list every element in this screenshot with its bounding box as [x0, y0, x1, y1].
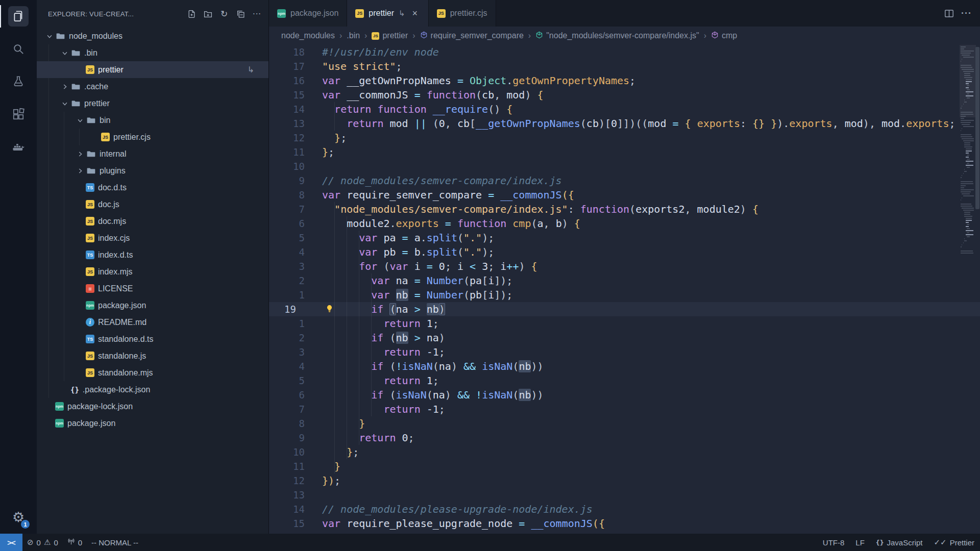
code-line[interactable]: 5 return 1;	[269, 373, 980, 388]
code-line[interactable]: 7 return -1;	[269, 402, 980, 416]
tree-item-prettier[interactable]: prettier	[37, 95, 268, 112]
tree-item-index-cjs[interactable]: JSindex.cjs	[37, 230, 268, 246]
tree-item-doc-js[interactable]: JSdoc.js	[37, 196, 268, 213]
code-line[interactable]: 2 if (nb > na)	[269, 331, 980, 345]
code-line[interactable]: 16var __getOwnPropNames = Object.getOwnP…	[269, 73, 980, 88]
tree-item--cache[interactable]: .cache	[37, 78, 268, 95]
tree-item-standalone-mjs[interactable]: JSstandalone.mjs	[37, 364, 268, 381]
code-line[interactable]: 11};	[269, 145, 980, 159]
editor-more-icon[interactable]: ···	[961, 8, 972, 19]
tree-item-index-d-ts[interactable]: TSindex.d.ts	[37, 246, 268, 263]
code-line[interactable]: 7 "node_modules/semver-compare/index.js"…	[269, 202, 980, 216]
refresh-icon[interactable]: ↻	[217, 7, 231, 20]
breadcrumb-item-5[interactable]: "node_modules/semver-compare/index.js"	[535, 31, 699, 41]
tree-item-label: LICENSE	[98, 284, 133, 293]
breadcrumb-item-3[interactable]: JSprettier	[372, 31, 408, 40]
breadcrumb-item-6[interactable]: cmp	[711, 31, 737, 41]
collapse-all-icon[interactable]	[234, 7, 247, 20]
code-line[interactable]: 1 var nb = Number(pb[i]);	[269, 288, 980, 302]
tree-item--bin[interactable]: .bin	[37, 44, 268, 61]
minimap-line	[961, 191, 971, 192]
tree-item-plugins[interactable]: plugins	[37, 162, 268, 179]
tree-item-bin[interactable]: bin	[37, 112, 268, 129]
new-folder-icon[interactable]	[201, 7, 214, 20]
scrollbar[interactable]	[975, 45, 980, 534]
code-line[interactable]: 9// node_modules/semver-compare/index.js	[269, 173, 980, 188]
breadcrumb-item-4[interactable]: require_semver_compare	[420, 31, 524, 41]
tree-item-standalone-js[interactable]: JSstandalone.js	[37, 347, 268, 364]
code-line[interactable]: 9 return 0;	[269, 431, 980, 445]
activity-docker[interactable]	[0, 131, 37, 163]
tree-item-node-modules[interactable]: node_modules	[37, 28, 268, 44]
eol-indicator[interactable]: LF	[850, 534, 870, 551]
tree-item-package-json[interactable]: npmpackage.json	[37, 415, 268, 432]
tree-item-standalone-d-ts[interactable]: TSstandalone.d.ts	[37, 331, 268, 347]
editor-tab-package-json[interactable]: npmpackage.json	[269, 0, 347, 27]
code-line[interactable]: 12});	[269, 473, 980, 488]
code-line[interactable]: 10 };	[269, 445, 980, 459]
code-line[interactable]: 4 var pb = b.split(".");	[269, 245, 980, 259]
code-line[interactable]: 8var require_semver_compare = __commonJS…	[269, 188, 980, 202]
editor-group: npmpackage.jsonJSprettier↳×JSprettier.cj…	[269, 0, 980, 534]
code-line[interactable]: 13 return mod || (0, cb[__getOwnPropName…	[269, 116, 980, 131]
code-line[interactable]: 1 return 1;	[269, 316, 980, 331]
formatter-indicator[interactable]: ✓✓ Prettier	[928, 534, 980, 551]
tree-item-prettier-cjs[interactable]: JSprettier.cjs	[37, 129, 268, 145]
code-line[interactable]: 14// node_modules/please-upgrade-node/in…	[269, 502, 980, 516]
breadcrumb-item-2[interactable]: .bin	[347, 31, 360, 40]
tree-item--package-lock-json[interactable]: {}.package-lock.json	[37, 381, 268, 398]
code-line[interactable]: 15var __commonJS = function(cb, mod) {	[269, 88, 980, 102]
code-line[interactable]: 17"use strict";	[269, 59, 980, 73]
editor-tab-prettier-cjs[interactable]: JSprettier.cjs	[429, 0, 496, 27]
tree-item-doc-mjs[interactable]: JSdoc.mjs	[37, 213, 268, 230]
new-file-icon[interactable]	[185, 7, 198, 20]
tree-item-package-lock-json[interactable]: npmpackage-lock.json	[37, 398, 268, 415]
minimap-slider[interactable]	[960, 45, 976, 117]
js-file-icon: JS	[86, 267, 94, 276]
tab-close-icon[interactable]: ×	[410, 8, 420, 18]
split-editor-icon[interactable]	[944, 9, 954, 18]
code-line[interactable]: 3 return -1;	[269, 345, 980, 359]
ports-indicator[interactable]: 0	[63, 534, 87, 551]
encoding-indicator[interactable]: UTF-8	[817, 534, 850, 551]
code-line[interactable]: 15var require_please_upgrade_node = __co…	[269, 516, 980, 531]
code-line[interactable]: 11 }	[269, 459, 980, 473]
tree-item-prettier[interactable]: JSprettier↳	[37, 61, 268, 78]
tree-item-license[interactable]: ≡LICENSE	[37, 280, 268, 297]
editor-tab-prettier[interactable]: JSprettier↳×	[347, 0, 428, 27]
code-line[interactable]: 3 for (var i = 0; i < 3; i++) {	[269, 259, 980, 273]
remote-indicator[interactable]: ><	[0, 534, 22, 551]
code-line[interactable]: 10	[269, 159, 980, 173]
vim-mode-indicator[interactable]: -- NORMAL --	[87, 534, 143, 551]
activity-explorer[interactable]	[0, 0, 37, 33]
code-line[interactable]: 8 }	[269, 416, 980, 431]
tree-item-package-json[interactable]: npmpackage.json	[37, 297, 268, 314]
code-line[interactable]: 14 return function __require() {	[269, 102, 980, 116]
code-line[interactable]: 2 var na = Number(pa[i]);	[269, 273, 980, 288]
tree-item-internal[interactable]: internal	[37, 145, 268, 162]
code-line[interactable]: 13	[269, 488, 980, 502]
problems-indicator[interactable]: ⊘ 0 ⚠ 0	[22, 534, 63, 551]
tree-item-doc-d-ts[interactable]: TSdoc.d.ts	[37, 179, 268, 196]
activity-testing[interactable]	[0, 65, 37, 98]
code-editor[interactable]: 18#!/usr/bin/env node17"use strict";16va…	[269, 45, 980, 534]
activity-extensions[interactable]	[0, 98, 37, 131]
activity-settings[interactable]: ⚙ 1	[0, 501, 37, 534]
breadcrumb-item-1[interactable]: node_modules	[281, 31, 335, 40]
code-line[interactable]: 18#!/usr/bin/env node	[269, 45, 980, 59]
tree-item-readme-md[interactable]: iREADME.md	[37, 314, 268, 331]
code-line[interactable]: 4 if (!isNaN(na) && isNaN(nb))	[269, 359, 980, 373]
code-line[interactable]: 19 if (na > nb)	[269, 302, 980, 316]
minimap[interactable]	[961, 45, 975, 534]
lightbulb-icon[interactable]	[325, 305, 334, 315]
more-actions-icon[interactable]: ···	[250, 7, 263, 20]
code-line[interactable]: 6 module2.exports = function cmp(a, b) {	[269, 216, 980, 231]
tree-item-index-mjs[interactable]: JSindex.mjs	[37, 263, 268, 280]
scrollbar-thumb[interactable]	[975, 47, 979, 209]
code-line[interactable]: 6 if (isNaN(na) && !isNaN(nb))	[269, 388, 980, 402]
code-line[interactable]: 5 var pa = a.split(".");	[269, 231, 980, 245]
activity-search[interactable]	[0, 33, 37, 65]
code-line[interactable]: 12 };	[269, 131, 980, 145]
language-indicator[interactable]: {} JavaScript	[870, 534, 928, 551]
status-bar: >< ⊘ 0 ⚠ 0 0 -- NORMAL --	[0, 534, 980, 551]
